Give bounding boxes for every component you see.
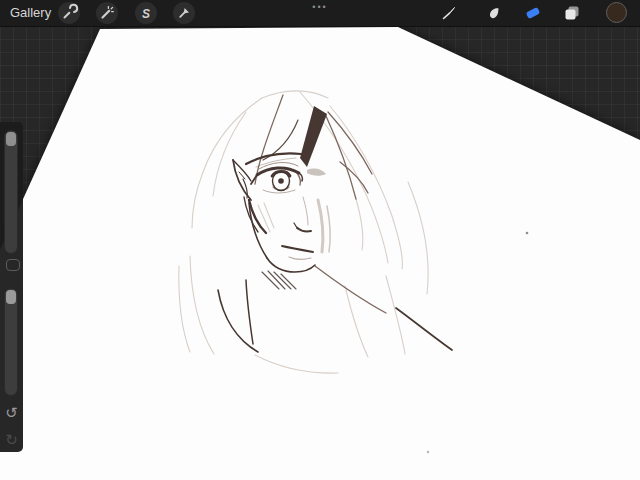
wrench-icon (58, 2, 80, 24)
magic-wand-icon (96, 2, 118, 24)
undo-button[interactable]: ↺ (0, 405, 23, 421)
transform-arrow-icon (173, 2, 195, 24)
smudge-icon (483, 2, 505, 24)
top-toolbar: Gallery S ••• (0, 0, 640, 27)
color-swatch[interactable] (606, 2, 627, 23)
adjustments-button[interactable] (96, 2, 118, 24)
procreate-app: { "topbar": { "gallery_label": "Gallery"… (0, 0, 640, 480)
erase-tool-button[interactable] (522, 2, 544, 24)
actions-button[interactable] (58, 2, 80, 24)
eraser-icon (522, 2, 544, 24)
svg-text:S: S (142, 7, 150, 21)
multitask-handle[interactable]: ••• (306, 1, 334, 13)
canvas-wrapper (0, 0, 640, 480)
brush-size-slider[interactable] (4, 130, 18, 254)
sketch-artwork (0, 0, 640, 480)
selection-button[interactable]: S (135, 2, 157, 24)
paint-tool-button[interactable] (438, 2, 460, 24)
selection-s-icon: S (135, 2, 157, 24)
brush-size-handle[interactable] (6, 132, 16, 146)
modify-button[interactable] (6, 259, 20, 271)
layers-icon (561, 2, 583, 24)
opacity-handle[interactable] (6, 290, 16, 304)
smudge-tool-button[interactable] (483, 2, 505, 24)
gallery-button[interactable]: Gallery (10, 0, 51, 26)
drawing-canvas[interactable] (0, 0, 640, 480)
sidebar: ↺ ↻ (0, 122, 23, 452)
brush-icon (438, 2, 460, 24)
layers-button[interactable] (561, 2, 583, 24)
redo-button[interactable]: ↻ (0, 432, 23, 448)
transform-button[interactable] (173, 2, 195, 24)
opacity-slider[interactable] (4, 288, 18, 396)
